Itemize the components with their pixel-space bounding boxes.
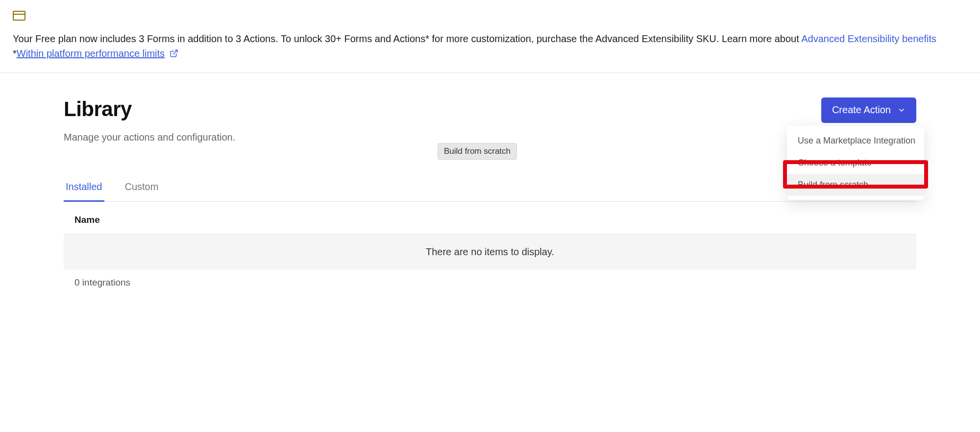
tooltip: Build from scratch xyxy=(438,143,517,160)
svg-rect-0 xyxy=(13,11,25,20)
page-title: Library xyxy=(64,97,235,121)
dropdown-item-template[interactable]: Choose a template xyxy=(787,152,924,174)
external-link-icon xyxy=(170,47,178,62)
dropdown-item-scratch[interactable]: Build from scratch xyxy=(787,174,924,196)
banner-text-part1: Your Free plan now includes 3 Forms in a… xyxy=(13,33,801,44)
dropdown-item-marketplace[interactable]: Use a Marketplace Integration xyxy=(787,130,924,152)
tab-installed[interactable]: Installed xyxy=(64,181,104,202)
benefits-link[interactable]: Advanced Extensibility benefits xyxy=(801,33,936,44)
plan-banner: Your Free plan now includes 3 Forms in a… xyxy=(0,0,980,73)
tab-custom[interactable]: Custom xyxy=(123,181,161,202)
page-subtitle: Manage your actions and configuration. xyxy=(64,132,235,143)
table-footer-count: 0 integrations xyxy=(64,269,916,296)
table-header-name: Name xyxy=(64,202,916,235)
create-action-dropdown: Use a Marketplace Integration Choose a t… xyxy=(787,126,924,200)
create-action-button[interactable]: Create Action xyxy=(821,97,916,123)
table-empty-state: There are no items to display. xyxy=(64,235,916,269)
credit-card-icon xyxy=(13,11,967,23)
banner-message: Your Free plan now includes 3 Forms in a… xyxy=(13,31,967,62)
create-action-label: Create Action xyxy=(832,104,891,116)
performance-limits-link[interactable]: Within platform performance limits xyxy=(17,48,165,59)
banner-asterisk: * xyxy=(13,48,17,59)
main-content: Library Manage your actions and configur… xyxy=(0,73,980,315)
svg-line-2 xyxy=(173,50,177,54)
chevron-down-icon xyxy=(898,106,906,114)
title-block: Library Manage your actions and configur… xyxy=(64,97,235,143)
